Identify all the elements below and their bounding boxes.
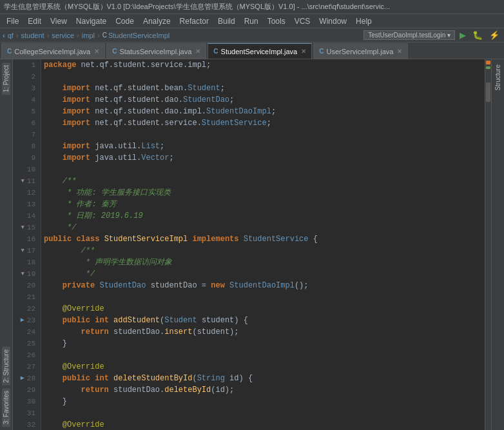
run-arrow-23[interactable]: ▶ (21, 315, 24, 326)
code-line-25: } (44, 338, 482, 349)
code-line-9: import java.util.Vector; (44, 152, 482, 164)
scroll-indicator[interactable] (485, 59, 491, 430)
tab-college-service-impl[interactable]: C CollegeServiceImpl.java ✕ (1, 43, 105, 59)
gutter-29: 29 (15, 384, 38, 396)
menu-code[interactable]: Code (111, 15, 138, 27)
panel-favorites[interactable]: 3: Favorites (2, 388, 10, 427)
gutter-8: 8 (15, 141, 38, 152)
tab-close-user[interactable]: ✕ (397, 48, 402, 55)
left-tool-panels: 1: Project 2: Structure 3: Favorites (0, 59, 13, 430)
gutter-15: ▼ 15 (15, 222, 38, 233)
tab-close-status[interactable]: ✕ (195, 48, 200, 55)
tab-label-status: StatusServiceImpl.java (119, 48, 191, 55)
code-line-26 (44, 349, 482, 361)
gutter-17: ▼ 17 (15, 245, 38, 257)
run-button[interactable]: ▶ (458, 30, 468, 41)
code-line-14: * 日期: 2019.6.19 (44, 210, 482, 222)
code-line-10 (44, 164, 482, 175)
gutter-5: 5 (15, 106, 38, 117)
code-line-8: import java.util.List; (44, 141, 482, 152)
gutter-6: 6 (15, 117, 38, 129)
menu-run[interactable]: Run (240, 15, 262, 27)
coverage-button[interactable]: ⚡ (487, 30, 501, 41)
panel-structure-right[interactable]: Structure (494, 62, 502, 93)
code-line-4: import net.qf.student.dao.StudentDao; (44, 94, 482, 106)
menu-build[interactable]: Build (214, 15, 239, 27)
gutter-25: 25 (15, 338, 38, 349)
code-line-5: import net.qf.student.dao.impl.StudentDa… (44, 106, 482, 117)
tab-status-service-impl[interactable]: C StatusServiceImpl.java ✕ (106, 43, 206, 59)
debug-button[interactable]: 🐛 (470, 30, 485, 41)
menu-edit[interactable]: Edit (24, 15, 45, 27)
tab-label-college: CollegeServiceImpl.java (14, 48, 90, 55)
breadcrumb-service[interactable]: service (52, 32, 74, 39)
tab-student-service-impl[interactable]: C StudentServiceImpl.java ✕ (208, 43, 312, 59)
code-line-11: /** (44, 175, 482, 187)
tab-close-student[interactable]: ✕ (301, 48, 306, 55)
gutter-27: 27 (15, 361, 38, 373)
code-line-13: * 作者: 秦芳 (44, 199, 482, 210)
code-line-29: return studentDao.deleteById(id); (44, 384, 482, 396)
gutter-28: ▶ 28 (15, 373, 38, 384)
gutter-13: 13 (15, 199, 38, 210)
breadcrumb-class-icon: C (102, 32, 107, 39)
code-editor: 1 2 3 4 5 6 7 8 9 10 ▼ 11 12 13 14 ▼ (13, 59, 491, 430)
tab-close-college[interactable]: ✕ (94, 48, 99, 55)
gutter-14: 14 (15, 210, 38, 222)
code-line-1: package net.qf.student.service.impl; (44, 59, 482, 71)
gutter-18: 18 (15, 257, 38, 268)
panel-project[interactable]: 1: Project (2, 63, 10, 95)
code-line-24: return studentDao.insert(student); (44, 326, 482, 338)
tab-icon-student: C (213, 48, 218, 55)
breadcrumb-chevron-left[interactable]: ‹ (3, 32, 5, 39)
breadcrumb-qf[interactable]: qf (8, 32, 14, 39)
gutter-31: 31 (15, 407, 38, 419)
menu-refactor[interactable]: Refactor (176, 15, 213, 27)
fold-11[interactable]: ▼ (21, 175, 24, 187)
run-arrow-28[interactable]: ▶ (21, 373, 24, 384)
breadcrumb-student[interactable]: student (21, 32, 44, 39)
fold-15[interactable]: ▼ (21, 222, 24, 233)
tab-icon-status: C (112, 48, 117, 55)
code-line-7 (44, 129, 482, 141)
title-text: 学生信息管理系统（MYSQL版）V1.0 [D:\IdeaProjects\学生… (4, 2, 390, 12)
gutter-16: 16 (15, 233, 38, 245)
menu-file[interactable]: File (3, 15, 23, 27)
gutter-1: 1 (15, 59, 38, 71)
menu-vcs[interactable]: VCS (291, 15, 315, 27)
gutter-11: ▼ 11 (15, 175, 38, 187)
panel-structure[interactable]: 2: Structure (2, 347, 10, 386)
gutter-24: 24 (15, 326, 38, 338)
code-content[interactable]: package net.qf.student.service.impl; imp… (41, 59, 485, 430)
run-config-label[interactable]: TestUserDaoImpl.testLogin ▾ (363, 30, 455, 40)
code-line-18: * 声明学生数据访问对象 (44, 257, 482, 268)
breadcrumb-class[interactable]: StudentServiceImpl (108, 32, 170, 39)
scroll-error-indicator (486, 61, 490, 64)
code-line-23: public int addStudent(Student student) { (44, 315, 482, 326)
tab-bar: C CollegeServiceImpl.java ✕ C StatusServ… (0, 43, 504, 59)
gutter-7: 7 (15, 129, 38, 141)
menu-help[interactable]: Help (352, 15, 376, 27)
menu-tools[interactable]: Tools (264, 15, 289, 27)
tab-icon-college: C (7, 48, 12, 55)
scroll-thumb[interactable] (486, 83, 490, 102)
gutter-20: 20 (15, 280, 38, 291)
menu-window[interactable]: Window (315, 15, 351, 27)
title-bar: 学生信息管理系统（MYSQL版）V1.0 [D:\IdeaProjects\学生… (0, 0, 504, 14)
code-line-16: public class StudentServiceImpl implemen… (44, 233, 482, 245)
tab-icon-user: C (319, 48, 324, 55)
fold-17[interactable]: ▼ (21, 245, 24, 257)
breadcrumb-impl[interactable]: impl (82, 32, 95, 39)
code-line-32: @Override (44, 419, 482, 430)
menu-analyze[interactable]: Analyze (139, 15, 175, 27)
gutter-12: 12 (15, 187, 38, 199)
gutter-21: 21 (15, 291, 38, 303)
menu-navigate[interactable]: Navigate (72, 15, 110, 27)
gutter-9: 9 (15, 152, 38, 164)
tab-user-service-impl[interactable]: C UserServiceImpl.java ✕ (313, 43, 408, 59)
gutter-2: 2 (15, 71, 38, 83)
fold-19[interactable]: ▼ (21, 268, 24, 280)
code-line-17: /** (44, 245, 482, 257)
menu-view[interactable]: View (46, 15, 71, 27)
tab-label-user: UserServiceImpl.java (326, 48, 393, 55)
